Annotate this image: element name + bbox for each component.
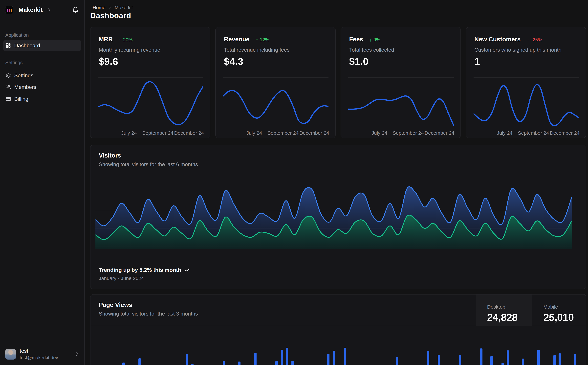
sidebar-item-dashboard[interactable]: Dashboard [3,40,81,51]
notifications-bell-icon[interactable] [72,7,79,13]
sidebar-item-billing[interactable]: Billing [3,94,81,104]
billing-icon [6,96,11,102]
stat-value: 1 [474,56,480,67]
sidebar-item-members[interactable]: Members [3,82,81,92]
x-axis-label: December 24 [425,130,454,136]
tab-mobile[interactable]: Mobile 25,010 [532,295,586,326]
tab-label: Mobile [543,304,586,310]
stat-description: Total revenue including fees [224,47,290,53]
arrow-up-icon: ↑ [369,37,372,42]
tab-label: Desktop [487,304,532,310]
stat-description: Customers who signed up this month [474,47,561,53]
user-name: test [20,348,74,354]
spark-chart-1 [223,74,328,132]
stat-description: Total fees collected [349,47,394,53]
x-axis-label: September 24 [267,130,298,136]
tab-desktop[interactable]: Desktop 24,828 [476,295,532,326]
breadcrumb-home-link[interactable]: Home [93,5,105,10]
stat-title: New Customers [474,36,521,43]
page-views-header: Page Views Showing total visitors for th… [90,295,586,326]
visitors-footer: Trending up by 5.2% this month [99,267,190,273]
x-axis-label: July 24 [497,130,512,136]
x-axis-label: December 24 [299,130,329,136]
pageviews-chart [90,326,586,365]
stat-card-revenue: Revenue ↑ 12% Total revenue including fe… [215,27,336,138]
trending-up-icon [184,267,190,273]
stat-cards-row: MRR ↑ 20% Monthly recurring revenue $9.6… [90,27,586,138]
section-label-application: Application [5,32,29,38]
spark-chart-0 [98,74,203,132]
settings-icon [6,73,11,78]
x-axis-label: December 24 [174,130,204,136]
section-label-settings: Settings [5,60,23,65]
x-axis-label: September 24 [142,130,173,136]
trend-badge: ↓ -25% [527,37,542,42]
stat-title: Fees [349,36,363,43]
x-axis-label: September 24 [393,130,424,136]
breadcrumb-current: Makerkit [115,5,133,10]
visitors-subtitle: Showing total visitors for the last 6 mo… [99,161,198,168]
stat-value: $4.3 [224,56,243,67]
stat-card-fees: Fees ↑ 9% Total fees collected $1.0 July… [340,27,461,138]
sidebar-item-label: Billing [14,96,28,102]
visitors-trend-text: Trending up by 5.2% this month [99,267,181,273]
stat-description: Monthly recurring revenue [99,47,160,53]
workspace-switcher[interactable]: m Makerkit [5,6,51,14]
visitors-chart [96,178,572,249]
page-title: Dashboard [90,11,131,20]
x-axis-label: July 24 [372,130,387,136]
chevron-right-icon [108,6,112,10]
x-axis-label: July 24 [121,130,137,136]
arrow-up-icon: ↑ [119,37,121,42]
x-axis-label: July 24 [246,130,262,136]
stat-card-mrr: MRR ↑ 20% Monthly recurring revenue $9.6… [90,27,210,138]
x-axis-label: September 24 [518,130,549,136]
sidebar-item-settings[interactable]: Settings [3,70,81,81]
sidebar-item-label: Dashboard [14,42,40,49]
sidebar-item-label: Members [14,84,36,90]
visitors-title: Visitors [99,152,121,159]
stat-value: $1.0 [349,56,368,67]
avatar [5,349,16,359]
visitors-card: Visitors Showing total visitors for the … [90,145,586,289]
page-views-title: Page Views [99,302,132,309]
tab-value: 25,010 [543,311,586,323]
page-views-subtitle: Showing total visitors for the last 3 mo… [99,311,198,317]
makerkit-logo: m [5,6,13,14]
sidebar-item-label: Settings [14,72,33,79]
chevrons-up-down-icon [74,352,79,356]
user-menu[interactable]: test test@makerkit.dev [3,346,82,362]
stat-title: Revenue [224,36,249,43]
user-email: test@makerkit.dev [20,355,74,360]
stat-card-new-customers: New Customers ↓ -25% Customers who signe… [466,27,586,138]
arrow-down-icon: ↓ [527,37,529,42]
x-axis-label: December 24 [550,130,580,136]
members-icon [6,84,11,90]
page-views-card: Page Views Showing total visitors for th… [90,294,586,365]
arrow-up-icon: ↑ [256,37,258,42]
visitors-date-range: January - June 2024 [99,275,144,281]
sidebar: m Makerkit Application Dashboard Setting… [0,0,85,365]
trend-badge: ↑ 20% [119,37,133,42]
tab-value: 24,828 [487,311,532,323]
spark-chart-2 [348,74,454,132]
trend-badge: ↑ 9% [369,37,380,42]
trend-badge: ↑ 12% [256,37,270,42]
stat-title: MRR [99,36,113,43]
spark-chart-3 [474,74,579,132]
workspace-name: Makerkit [19,7,43,14]
chevrons-up-down-icon [47,8,51,12]
breadcrumb: Home Makerkit [93,5,133,10]
dashboard-icon [6,43,11,48]
stat-value: $9.6 [99,56,118,67]
